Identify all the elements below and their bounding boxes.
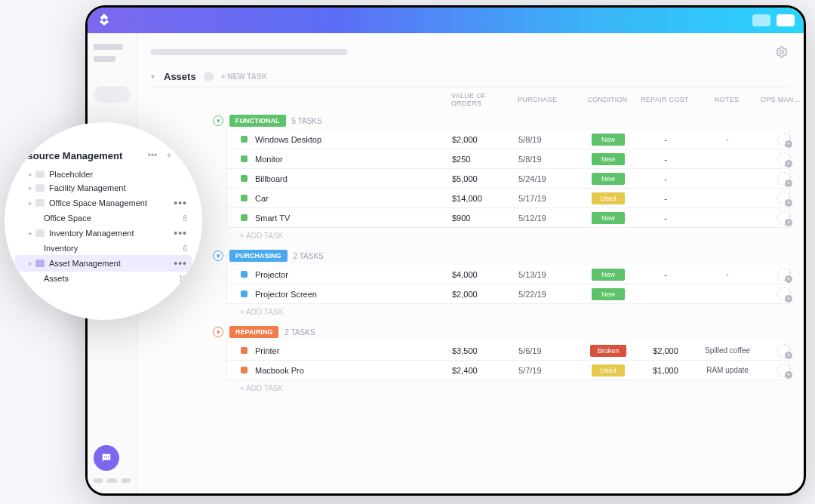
assign-icon[interactable] [777,133,791,146]
more-icon[interactable]: ••• [174,257,187,269]
more-icon[interactable]: ••• [174,227,187,239]
sidebar-item-label: Inventory [44,244,183,253]
status-chip[interactable]: FUNCTIONAL [229,115,286,127]
table-row[interactable]: Macbook Pro $2,400 5/7/19 Used $1,000 RA… [226,361,790,380]
cell-value: $4,000 [452,270,518,279]
sidebar-folder-item[interactable]: ▸Placeholder [15,167,192,181]
sidebar-title: Resource Management [15,150,142,161]
sidebar-bubble: Resource Management ••• + ▸Placeholder▸F… [5,122,202,320]
condition-badge[interactable]: New [592,173,625,185]
assign-icon[interactable] [777,287,791,301]
collapse-icon[interactable]: ▾ [213,250,223,261]
condition-badge[interactable]: New [592,134,625,146]
task-name: Smart TV [255,214,290,223]
condition-badge[interactable]: Broken [590,345,627,357]
task-name: Car [255,194,269,203]
sidebar-folder-item[interactable]: ▸Asset Management••• [15,255,192,272]
window-control-2[interactable] [777,14,795,26]
add-task-button[interactable]: + ADD TASK [226,380,790,396]
table-column-headers: VALUE OF ORDERS PURCHASE CONDITION REPAI… [151,88,790,112]
task-name: Windows Desktop [255,135,321,144]
cell-repair: - [638,155,694,164]
cell-purchase: 5/24/19 [518,174,579,183]
add-task-button[interactable]: + ADD TASK [226,228,790,244]
more-icon[interactable]: ••• [174,197,187,209]
table-row[interactable]: Car $14,000 5/17/19 Used - [226,189,790,208]
status-square-icon [241,367,248,373]
table-row[interactable]: Monitor $250 5/8/19 New - [226,149,790,169]
condition-badge[interactable]: Used [592,364,625,376]
condition-badge[interactable]: Used [592,192,625,204]
status-square-icon [241,271,248,278]
assign-icon[interactable] [777,211,791,225]
sidebar-list-item[interactable]: Office Space8 [15,211,192,225]
table-row[interactable]: Windows Desktop $2,000 5/8/19 New - - [226,130,790,149]
page-title: Assets [164,71,196,82]
cell-repair: - [638,214,694,223]
caret-right-icon: ▸ [29,199,32,207]
status-square-icon [241,155,248,162]
gear-icon[interactable] [773,44,790,60]
sidebar-list-item[interactable]: Assets10 [15,272,192,285]
condition-badge[interactable]: New [592,288,625,300]
table-row[interactable]: Projector $4,000 5/13/19 New - - [226,265,790,284]
folder-icon [35,260,45,267]
window-control-1[interactable] [752,14,770,26]
caret-right-icon: ▸ [29,184,32,192]
table-row[interactable]: Printer $3,500 5/6/19 Broken $2,000 Spil… [226,341,790,361]
status-square-icon [241,175,248,182]
status-square-icon [241,195,248,201]
info-icon[interactable] [204,72,214,81]
sidebar-folder-item[interactable]: ▸Inventory Management••• [15,225,192,241]
cell-repair: - [638,174,694,183]
cell-value: $3,500 [452,346,518,355]
new-task-button[interactable]: + NEW TASK [221,72,267,81]
caret-down-icon[interactable]: ▾ [151,72,155,81]
assign-icon[interactable] [777,268,791,281]
sidebar-folder-item[interactable]: ▸Office Space Management••• [15,195,192,211]
assign-icon[interactable] [777,344,791,358]
chat-icon[interactable] [94,445,119,471]
table-row[interactable]: Smart TV $900 5/12/19 New - [226,208,790,228]
task-name: Monitor [255,155,283,164]
cell-purchase: 5/6/19 [518,346,579,355]
cell-purchase: 5/17/19 [518,194,579,203]
plus-icon[interactable]: + [163,149,175,161]
task-name: Macbook Pro [255,366,304,375]
search-placeholder[interactable] [94,86,131,103]
cell-purchase: 5/8/19 [518,135,579,144]
col-notes: NOTES [693,96,761,103]
cell-repair: $1,000 [638,366,694,375]
assign-icon[interactable] [777,152,791,166]
table-row[interactable]: Projector Screen $2,000 5/22/19 New [226,284,790,304]
task-name: Projector [255,270,288,279]
collapse-icon[interactable]: ▾ [213,115,223,126]
sidebar-list-item[interactable]: Inventory6 [15,241,192,255]
sidebar-item-label: Inventory Management [49,229,174,238]
table-row[interactable]: Billboard $5,000 5/24/19 New - [226,169,790,189]
item-count: 6 [183,244,187,253]
cell-value: $2,000 [452,290,518,299]
sidebar-folder-item[interactable]: ▸Facility Management [15,181,192,195]
more-icon[interactable]: ••• [146,149,158,161]
condition-badge[interactable]: New [592,212,625,224]
assign-icon[interactable] [777,172,791,186]
collapse-icon[interactable]: ▾ [213,327,223,337]
folder-icon [35,184,45,192]
add-task-button[interactable]: + ADD TASK [226,304,790,320]
condition-badge[interactable]: New [592,153,625,165]
assign-icon[interactable] [777,364,791,377]
status-chip[interactable]: REPAIRING [229,326,278,338]
caret-right-icon: ▸ [29,260,32,267]
task-group: ▾ REPAIRING 2 TASKS Printer $3,500 5/6/1… [226,323,790,396]
sidebar-item-label: Office Space Management [49,198,174,207]
task-count: 2 TASKS [284,328,315,337]
condition-badge[interactable]: New [592,269,625,281]
cell-notes: RAM update [694,366,761,374]
cell-repair: - [638,194,694,203]
assign-icon[interactable] [777,192,791,205]
status-chip[interactable]: PURCHASING [229,250,288,262]
cell-notes: Spilled coffee [694,346,761,355]
status-square-icon [241,214,248,221]
cell-value: $2,400 [452,366,518,375]
